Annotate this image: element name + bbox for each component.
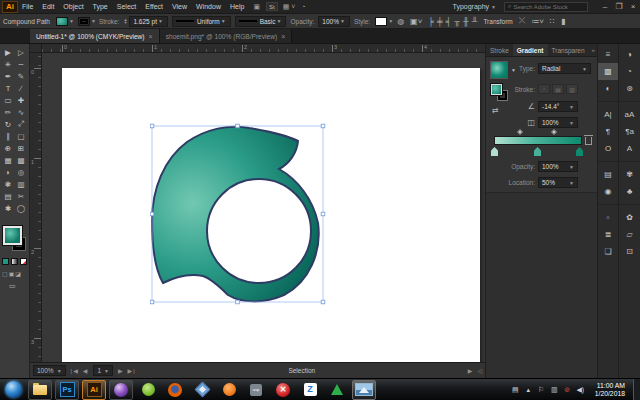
magic-wand-tool-icon[interactable]: ✳ xyxy=(2,58,15,70)
shaper-tool-icon[interactable]: ∿ xyxy=(15,106,28,118)
zoom-tool-icon[interactable]: ◯ xyxy=(15,202,28,214)
appearance-panel-icon[interactable]: ✿ xyxy=(619,209,640,226)
blend-tool-icon[interactable]: ◎ xyxy=(15,166,28,178)
taskbar-photoshop-button[interactable]: Ps xyxy=(55,380,79,400)
menu-select[interactable]: Select xyxy=(117,3,136,10)
stroke-within-icon[interactable]: ▫ xyxy=(538,84,550,94)
gradient-aspect-input[interactable]: 100%▼ xyxy=(538,117,578,128)
opentype-panel-icon[interactable]: O xyxy=(598,140,618,157)
gradient-midpoint-handle[interactable] xyxy=(517,129,523,135)
taskbar-explorer-button[interactable] xyxy=(28,380,52,400)
adobe-stock-icon[interactable]: St xyxy=(266,2,278,11)
menu-help[interactable]: Help xyxy=(230,3,244,10)
brushes-panel-icon[interactable]: ✾ xyxy=(619,166,640,183)
glyphs-panel-icon[interactable]: A xyxy=(619,140,640,157)
pen-tool-icon[interactable]: ✒ xyxy=(2,70,15,82)
sync-status-icon[interactable]: ◔ xyxy=(301,3,305,10)
type-tool-icon[interactable]: T xyxy=(2,82,15,94)
perspective-grid-tool-icon[interactable]: ⊞ xyxy=(15,142,28,154)
direct-selection-tool-icon[interactable]: ▷ xyxy=(15,46,28,58)
isolate-selection-icon[interactable]: ≔˅ xyxy=(531,17,544,26)
tab-gradient[interactable]: Gradient xyxy=(513,44,548,56)
gradient-panel-icon[interactable]: ▩ xyxy=(598,63,618,80)
line-tool-icon[interactable]: ∕ xyxy=(15,82,28,94)
gradient-type-select[interactable]: Radial▼ xyxy=(538,63,591,74)
close-tab-icon[interactable]: × xyxy=(149,33,153,40)
document-setup-icon[interactable]: ▣˅ xyxy=(410,17,422,26)
symbol-sprayer-tool-icon[interactable]: ❃ xyxy=(2,178,15,190)
eyedropper-tool-icon[interactable]: ◗ xyxy=(2,166,15,178)
rotate-tool-icon[interactable]: ↻ xyxy=(2,118,15,130)
next-artboard-button[interactable]: ▶ xyxy=(118,367,124,374)
document-tab-untitled[interactable]: Untitled-1* @ 100% (CMYK/Preview)× xyxy=(30,29,160,43)
screen-mode-icon[interactable]: ▭ xyxy=(9,282,16,290)
pencil-tool-icon[interactable]: ✏ xyxy=(2,106,15,118)
canvas-area[interactable] xyxy=(42,53,485,362)
taskbar-xampp-button[interactable] xyxy=(217,380,241,400)
taskbar-purple-app-button[interactable] xyxy=(109,380,133,400)
restore-button[interactable]: ❐ xyxy=(612,2,626,11)
speaker-icon[interactable]: ◀) xyxy=(576,386,585,394)
network-tray-icon[interactable]: ▥ xyxy=(550,386,559,394)
mesh-tool-icon[interactable]: ▦ xyxy=(2,154,15,166)
delete-stop-icon[interactable] xyxy=(585,137,592,145)
menu-object[interactable]: Object xyxy=(63,3,83,10)
taskbar-asp-button[interactable]: asp xyxy=(244,380,268,400)
paintbrush-tool-icon[interactable]: ✚ xyxy=(15,94,28,106)
scale-tool-icon[interactable]: ⤢ xyxy=(15,118,28,130)
draw-normal-icon[interactable]: ▢ xyxy=(2,270,8,277)
align-top-icon[interactable]: ╥ xyxy=(454,17,460,26)
graphic-styles-panel-icon[interactable]: ▱ xyxy=(619,226,640,243)
none-mode-icon[interactable] xyxy=(20,258,27,265)
symbols-panel-icon[interactable]: ♣ xyxy=(619,183,640,200)
taskbar-android-studio-button[interactable] xyxy=(136,380,160,400)
column-graph-tool-icon[interactable]: ▥ xyxy=(15,178,28,190)
gradient-angle-input[interactable]: -14.4°▼ xyxy=(538,101,578,112)
color-panel-icon[interactable]: ◑ xyxy=(619,46,640,63)
close-button[interactable]: × xyxy=(626,2,640,11)
taskbar-photo-viewer-button[interactable] xyxy=(352,380,376,400)
menu-view[interactable]: View xyxy=(172,3,187,10)
menu-file[interactable]: File xyxy=(22,3,33,10)
menu-type[interactable]: Type xyxy=(93,3,108,10)
document-tab-shoemit[interactable]: shoemit.png* @ 100% (RGB/Preview)× xyxy=(160,29,293,43)
taskbar-firefox-button[interactable] xyxy=(163,380,187,400)
menu-edit[interactable]: Edit xyxy=(42,3,54,10)
slice-tool-icon[interactable]: ✂ xyxy=(15,190,28,202)
align-hcenter-icon[interactable]: ╪ xyxy=(437,17,443,26)
stroke-color-swatch[interactable] xyxy=(78,17,90,26)
selection-tool-icon[interactable]: ▶ xyxy=(2,46,15,58)
horizontal-ruler[interactable]: 0 1 2 3 4 xyxy=(42,44,485,53)
toolbar-fill-swatch[interactable] xyxy=(3,226,22,245)
recolor-artwork-icon[interactable]: ◍ xyxy=(397,17,404,26)
color-guide-panel-icon[interactable]: ◔ xyxy=(619,63,640,80)
gpu-performance-icon[interactable]: ▣ xyxy=(253,3,260,11)
collapse-panel-icon[interactable]: » xyxy=(592,47,595,53)
color-mode-icon[interactable] xyxy=(2,258,9,265)
curvature-tool-icon[interactable]: ✎ xyxy=(15,70,28,82)
rectangle-tool-icon[interactable]: ▭ xyxy=(2,94,15,106)
artboards-panel-icon[interactable]: ⊡ xyxy=(619,243,640,260)
swatches-panel-icon[interactable]: ◐ xyxy=(598,80,618,97)
free-transform-tool-icon[interactable]: ▢ xyxy=(15,130,28,142)
align-right-icon[interactable]: ╡ xyxy=(446,17,452,26)
width-profile-select[interactable]: Uniform ▼ xyxy=(172,16,231,27)
links-panel-icon[interactable]: ▤ xyxy=(598,166,618,183)
show-hidden-icons[interactable]: ▴ xyxy=(524,386,533,394)
character-panel-icon[interactable]: A| xyxy=(598,106,618,123)
taskbar-clock[interactable]: 11:00 AM 1/20/2018 xyxy=(595,382,625,398)
panel-dock-icon[interactable]: ▮ xyxy=(561,17,565,26)
menu-effect[interactable]: Effect xyxy=(145,3,163,10)
align-left-icon[interactable]: ╞ xyxy=(428,17,434,26)
character-styles-panel-icon[interactable]: aA xyxy=(619,106,640,123)
adobe-stock-search[interactable]: ⌕ xyxy=(504,2,588,12)
paragraph-styles-panel-icon[interactable]: ¶a xyxy=(619,123,640,140)
gradient-midpoint-handle[interactable] xyxy=(551,129,557,135)
align-panel-icon[interactable]: ≣ xyxy=(598,226,618,243)
align-vcenter-icon[interactable]: ╫ xyxy=(463,17,469,26)
style-swatch[interactable] xyxy=(375,17,387,26)
stroke-along-icon[interactable]: ▤ xyxy=(552,84,564,94)
gradient-stop-middle[interactable] xyxy=(534,147,541,156)
stroke-weight-stepper[interactable]: ▲▼ xyxy=(123,18,127,25)
draw-inside-icon[interactable]: ◪ xyxy=(15,270,21,277)
